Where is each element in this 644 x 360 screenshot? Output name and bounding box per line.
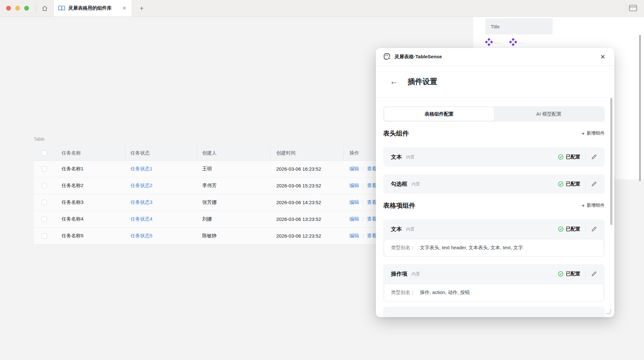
edit-link[interactable]: 编辑 [349, 183, 359, 189]
edit-link[interactable]: 编辑 [349, 166, 359, 172]
edit-pencil-icon[interactable] [591, 154, 597, 160]
view-link[interactable]: 查看 [367, 199, 377, 205]
table-body: 任务名称1任务状态1王明2026-03-06 16:23:52编辑查看任务名称2… [34, 161, 402, 244]
task-status-link[interactable]: 任务状态5 [130, 233, 152, 239]
window-scrollbar[interactable] [639, 35, 641, 181]
component-card-partial [383, 307, 605, 317]
cell-task-status: 任务状态2 [126, 177, 197, 194]
table-row: 任务名称3任务状态3张芳娜2026-03-06 14:23:52编辑查看 [34, 194, 402, 211]
back-arrow-icon[interactable]: ← [390, 78, 398, 85]
add-component-button[interactable]: +新增组件 [582, 130, 605, 136]
col-header-name: 任务名称 [54, 146, 126, 160]
task-status-link[interactable]: 任务状态2 [130, 183, 152, 189]
row-checkbox[interactable] [42, 233, 47, 239]
edit-link[interactable]: 编辑 [349, 199, 359, 205]
traffic-close-button[interactable] [6, 6, 11, 11]
section-title-cell-components: 表格项组件 [383, 201, 415, 210]
configured-status-label: 已配置 [566, 154, 580, 160]
type-alias-value: 文字表头, text header, 文本表头, 文本, text, 文字 [420, 245, 523, 251]
task-table: 任务名称 任务状态 创建人 创建时间 操作 任务名称1任务状态1王明2026-0… [34, 146, 402, 244]
table-row: 任务名称1任务状态1王明2026-03-06 16:23:52编辑查看 [34, 161, 402, 177]
row-checkbox[interactable] [42, 166, 47, 172]
view-link[interactable]: 查看 [367, 233, 377, 239]
row-checkbox[interactable] [42, 183, 47, 188]
section-heading-row: 表格项组件+新增组件 [383, 201, 605, 210]
component-card-header: 文本内置已配置 [383, 147, 605, 167]
dialog-page-title: 插件设置 [408, 77, 437, 87]
plugin-app-icon [384, 53, 391, 61]
edit-pencil-icon[interactable] [591, 181, 597, 187]
component-card: 文本内置已配置类型别名：文字表头, text header, 文本表头, 文本,… [383, 219, 605, 257]
table-row: 任务名称5任务状态5陈敏静2026-03-06 12:23:52编辑查看 [34, 228, 402, 244]
dialog-close-icon[interactable]: ✕ [599, 52, 607, 61]
plus-icon: + [582, 203, 585, 208]
new-tab-button[interactable]: + [137, 4, 147, 13]
edit-link[interactable]: 编辑 [349, 216, 359, 222]
traffic-zoom-button[interactable] [24, 6, 29, 11]
dialog-resize-handle[interactable] [606, 309, 611, 314]
config-tabs: 表格组件配置AI 模型配置 [383, 106, 605, 122]
view-link[interactable]: 查看 [367, 216, 377, 222]
task-status-link[interactable]: 任务状态4 [130, 216, 152, 222]
configured-status: 已配置 [558, 181, 580, 187]
edit-pencil-icon[interactable] [591, 226, 597, 232]
traffic-minimize-button[interactable] [15, 6, 20, 11]
type-alias-box[interactable]: 类型别名：文字表头, text header, 文本表头, 文本, text, … [384, 239, 604, 257]
dialog-body: 表格组件配置AI 模型配置 表头组件+新增组件文本内置已配置勾选框内置已配置表格… [376, 98, 614, 317]
select-all-checkbox[interactable] [42, 150, 47, 156]
home-button[interactable] [39, 3, 50, 14]
add-component-label: 新增组件 [587, 203, 605, 208]
task-status-link[interactable]: 任务状态3 [130, 199, 152, 205]
table-label: Table [34, 137, 404, 142]
col-header-status: 任务状态 [126, 146, 197, 160]
action-divider [363, 234, 363, 238]
tab-table-component-config[interactable]: 表格组件配置 [384, 107, 494, 121]
builtin-badge: 内置 [406, 226, 414, 232]
cell-create-time: 2026-03-06 14:23:52 [270, 194, 344, 211]
window-panel-icon [629, 5, 637, 12]
tab-ai-model-config[interactable]: AI 模型配置 [494, 107, 604, 121]
cell-task-name: 任务名称4 [54, 211, 126, 227]
row-checkbox[interactable] [42, 200, 47, 205]
config-sections: 表头组件+新增组件文本内置已配置勾选框内置已配置表格项组件+新增组件文本内置已配… [383, 128, 605, 301]
cell-task-name: 任务名称5 [54, 228, 126, 244]
type-alias-value: 操作, action, 动作, 按钮 [420, 289, 470, 296]
cell-creator: 王明 [197, 161, 270, 177]
frame-title-box[interactable]: Title [485, 18, 553, 34]
cell-creator: 陈敏静 [197, 228, 270, 244]
col-header-time: 创建时间 [270, 146, 344, 160]
action-divider [363, 184, 363, 188]
cell-task-name: 任务名称1 [54, 161, 126, 177]
component-name: 操作项 [391, 270, 407, 278]
window-panel-button[interactable] [629, 5, 637, 12]
component-card-header: 操作项内置已配置 [383, 264, 605, 284]
component-chip[interactable]: ... [485, 38, 499, 46]
configured-check-icon [558, 226, 564, 232]
type-alias-box[interactable]: 类型别名：操作, action, 动作, 按钮 [384, 284, 604, 301]
view-link[interactable]: 查看 [367, 183, 377, 189]
type-alias-label: 类型别名： [391, 245, 415, 251]
edit-link[interactable]: 编辑 [349, 233, 359, 239]
add-component-button[interactable]: +新增组件 [582, 203, 605, 208]
edit-pencil-icon[interactable] [591, 271, 597, 277]
action-divider [363, 167, 363, 171]
row-checkbox-cell [34, 161, 54, 177]
component-chip[interactable]: ... [509, 38, 524, 46]
tab-close-icon[interactable]: ✕ [122, 5, 127, 12]
book-icon [58, 5, 65, 11]
dialog-scrollbar[interactable] [610, 98, 612, 225]
action-divider [363, 217, 363, 222]
browser-tab[interactable]: 灵犀表格用的组件库 ✕ [53, 0, 132, 16]
builtin-badge: 内置 [412, 271, 420, 277]
dialog-nav: ← 插件设置 [376, 66, 614, 98]
select-all-cell [34, 146, 54, 160]
component-card: 文本内置已配置 [383, 147, 605, 167]
view-link[interactable]: 查看 [367, 166, 377, 172]
cell-task-name: 任务名称3 [54, 194, 126, 211]
tabbar-divider [36, 3, 36, 14]
task-status-link[interactable]: 任务状态1 [130, 166, 152, 172]
cell-task-status: 任务状态3 [126, 194, 197, 211]
component-diamond-icon [509, 38, 517, 46]
section-title-header-components: 表头组件 [383, 129, 409, 138]
row-checkbox[interactable] [42, 216, 47, 222]
